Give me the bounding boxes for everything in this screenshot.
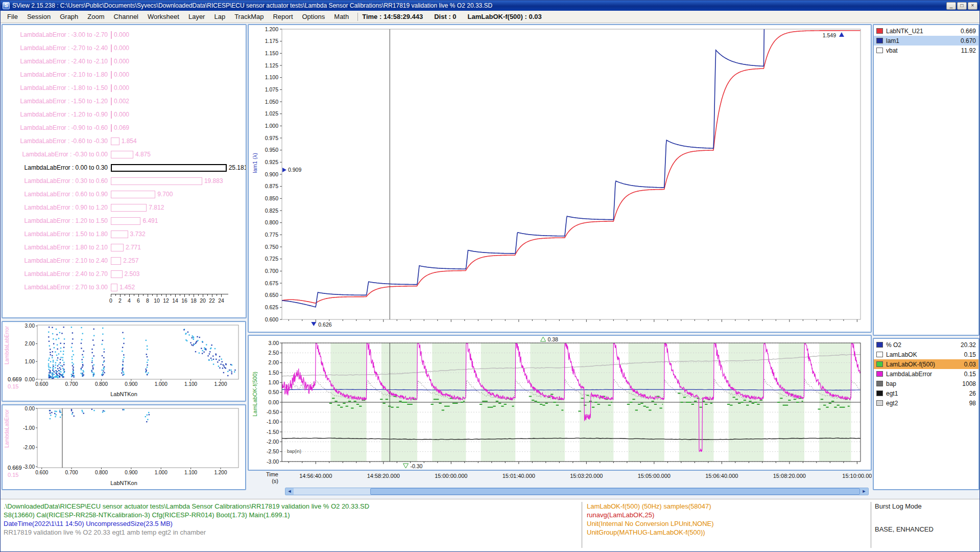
histogram-bin-value: 19.883 bbox=[204, 177, 223, 185]
histogram-row[interactable]: LambdaLabError : 1.80 to 2.102.771 bbox=[3, 241, 246, 254]
svg-text:1.025: 1.025 bbox=[265, 110, 278, 117]
histogram-bar bbox=[111, 111, 112, 119]
histogram-row[interactable]: LambdaLabError : 0.30 to 0.6019.883 bbox=[3, 174, 246, 188]
histogram-row[interactable]: LambdaLabError : 0.90 to 1.207.812 bbox=[3, 201, 246, 214]
histogram-bin-label: LambdaLabError : 0.60 to 0.90 bbox=[3, 191, 108, 198]
legend-row-lambdalaberror[interactable]: LambdaLabError0.15 bbox=[874, 369, 978, 379]
histogram-axis-tick-label: 20 bbox=[200, 297, 206, 304]
histogram-bin-value: 0.002 bbox=[114, 98, 129, 105]
histogram-bin-value: 0.069 bbox=[114, 124, 129, 131]
histogram-rows: LambdaLabError : -3.00 to -2.700.000Lamb… bbox=[3, 25, 246, 294]
svg-text:2.00: 2.00 bbox=[25, 341, 35, 347]
histogram-bar bbox=[111, 124, 112, 132]
histogram-bin-label: LambdaLabError : -1.50 to -1.20 bbox=[3, 98, 108, 105]
histogram-row[interactable]: LambdaLabError : 1.50 to 1.803.732 bbox=[3, 227, 246, 241]
svg-text:0.50: 0.50 bbox=[269, 389, 279, 395]
histogram-axis-tick bbox=[184, 294, 185, 297]
histogram-row[interactable]: LambdaLabError : 0.00 to 0.3025.181 bbox=[3, 161, 246, 174]
menu-lap[interactable]: Lap bbox=[209, 11, 230, 22]
svg-text:-2.50: -2.50 bbox=[267, 448, 279, 454]
legend-row-lam1[interactable]: lam10.670 bbox=[874, 36, 978, 45]
minimize-button[interactable]: _ bbox=[946, 2, 956, 10]
log-mode-value: BASE, ENHANCED bbox=[875, 525, 977, 534]
maximize-button[interactable]: □ bbox=[957, 2, 967, 10]
legend-channel-name: % O2 bbox=[886, 341, 961, 349]
legend-channel-value: 26 bbox=[969, 390, 976, 397]
legend-row-egt1[interactable]: egt126 bbox=[874, 388, 978, 398]
menu-report[interactable]: Report bbox=[268, 11, 297, 22]
histogram-row[interactable]: LambdaLabError : 2.40 to 2.702.503 bbox=[3, 267, 246, 281]
legend-row-labntk-u21[interactable]: LabNTK_U210.669 bbox=[874, 26, 978, 36]
histogram-row[interactable]: LambdaLabError : -0.30 to 0.004.875 bbox=[3, 148, 246, 161]
histogram-row[interactable]: LambdaLabError : -2.40 to -2.100.000 bbox=[3, 55, 246, 68]
histogram-bar bbox=[111, 257, 121, 265]
menu-worksheet[interactable]: Worksheet bbox=[143, 11, 184, 22]
lamlabok-time-chart[interactable]: -3.00-2.50-2.00-1.50-1.00-0.500.000.501.… bbox=[249, 336, 871, 470]
histogram-row[interactable]: LambdaLabError : 2.10 to 2.402.257 bbox=[3, 254, 246, 267]
histogram-row[interactable]: LambdaLabError : 2.70 to 3.001.452 bbox=[3, 281, 246, 294]
lam1-chart-panel: lam1 (λ) 0.6000.6250.6500.6750.7000.7250… bbox=[248, 24, 872, 333]
histogram-row[interactable]: LambdaLabError : -2.10 to -1.800.000 bbox=[3, 68, 246, 81]
legend-row-egt2[interactable]: egt298 bbox=[874, 398, 978, 408]
legend-row--o2[interactable]: % O220.32 bbox=[874, 340, 978, 350]
svg-text:0.800: 0.800 bbox=[265, 219, 278, 225]
histogram-axis-tick bbox=[157, 294, 157, 297]
histogram-row[interactable]: LambdaLabError : -3.00 to -2.700.000 bbox=[3, 28, 246, 41]
histogram-bar bbox=[111, 44, 112, 52]
menu-layer[interactable]: Layer bbox=[184, 11, 210, 22]
svg-text:1.075: 1.075 bbox=[265, 86, 278, 93]
svg-text:0.925: 0.925 bbox=[265, 159, 278, 165]
legend-row-bap[interactable]: bap1008 bbox=[874, 379, 978, 388]
menu-options[interactable]: Options bbox=[298, 11, 330, 22]
svg-text:0.800: 0.800 bbox=[95, 470, 108, 475]
histogram-axis-tick-label: 16 bbox=[181, 297, 187, 304]
lam1-time-chart[interactable]: 0.6000.6250.6500.6750.7000.7250.7500.775… bbox=[249, 25, 871, 332]
scroll-right-button[interactable]: ► bbox=[860, 488, 868, 495]
legend-row-vbat[interactable]: vbat11.92 bbox=[874, 45, 978, 55]
histogram-row[interactable]: LambdaLabError : -2.70 to -2.400.000 bbox=[3, 41, 246, 55]
scroll-left-button[interactable]: ◄ bbox=[285, 488, 294, 495]
histogram-axis-tick bbox=[125, 294, 125, 296]
svg-text:0.825: 0.825 bbox=[265, 208, 278, 214]
close-button[interactable]: × bbox=[968, 2, 977, 10]
histogram-row[interactable]: LambdaLabError : -1.20 to -0.900.000 bbox=[3, 108, 246, 121]
svg-text:1.100: 1.100 bbox=[184, 470, 197, 475]
histogram-row[interactable]: LambdaLabError : -0.60 to -0.301.854 bbox=[3, 134, 246, 148]
svg-text:0.875: 0.875 bbox=[265, 183, 278, 189]
svg-text:1.50: 1.50 bbox=[269, 370, 279, 376]
menu-channel[interactable]: Channel bbox=[109, 11, 143, 22]
svg-text:2.50: 2.50 bbox=[269, 350, 279, 356]
legend-row-lamlabok[interactable]: LamLabOK0.15 bbox=[874, 350, 978, 359]
histogram-bin-value: 9.700 bbox=[157, 191, 173, 198]
menu-file[interactable]: File bbox=[3, 11, 22, 22]
svg-text:0.626: 0.626 bbox=[318, 321, 331, 328]
scrollbar-thumb[interactable] bbox=[370, 488, 860, 495]
histogram-bar bbox=[111, 71, 112, 79]
legend-row-lamlabok-f-500-[interactable]: LamLabOK-f(500)0.03 bbox=[874, 359, 978, 369]
histogram-row[interactable]: LambdaLabError : 0.60 to 0.909.700 bbox=[3, 188, 246, 201]
histogram-row[interactable]: LambdaLabError : -1.80 to -1.500.000 bbox=[3, 81, 246, 95]
scatter-plot-positive[interactable]: 0.001.002.003.000.6000.7000.8000.9001.00… bbox=[3, 322, 245, 401]
menu-graph[interactable]: Graph bbox=[55, 11, 83, 22]
menu-session[interactable]: Session bbox=[22, 11, 55, 22]
horizontal-scrollbar[interactable]: ◄ ► bbox=[285, 488, 869, 495]
histogram-bin-value: 4.875 bbox=[135, 151, 151, 158]
svg-text:1.00: 1.00 bbox=[269, 379, 279, 385]
svg-text:1.150: 1.150 bbox=[265, 50, 278, 56]
scrollbar-track[interactable] bbox=[294, 488, 860, 495]
time-tick-label: 14:56:40.000 bbox=[291, 473, 340, 479]
histogram-row[interactable]: LambdaLabError : -0.90 to -0.600.069 bbox=[3, 121, 246, 134]
scatter-panel-negative: LambdaLabError 0.00-1.00-2.00-3.000.6000… bbox=[2, 404, 246, 490]
title-bar[interactable]: S SView 2.15.238 : C:\Users\Public\Docum… bbox=[1, 1, 979, 11]
menu-zoom[interactable]: Zoom bbox=[83, 11, 109, 22]
histogram-bar bbox=[111, 31, 112, 39]
histogram-bin-label: LambdaLabError : 2.40 to 2.70 bbox=[3, 270, 108, 278]
menu-math[interactable]: Math bbox=[329, 11, 353, 22]
histogram-row[interactable]: LambdaLabError : 1.20 to 1.506.491 bbox=[3, 214, 246, 227]
menu-trackmap[interactable]: TrackMap bbox=[230, 11, 268, 22]
svg-text:0.850: 0.850 bbox=[265, 195, 278, 201]
scatter-plot-negative[interactable]: 0.00-1.00-2.00-3.000.6000.7000.8000.9001… bbox=[3, 405, 245, 489]
status-divider-1 bbox=[582, 502, 582, 548]
histogram-row[interactable]: LambdaLabError : -1.50 to -1.200.002 bbox=[3, 95, 246, 108]
scatter2-cursor-y-value: 0.15 bbox=[8, 472, 18, 478]
